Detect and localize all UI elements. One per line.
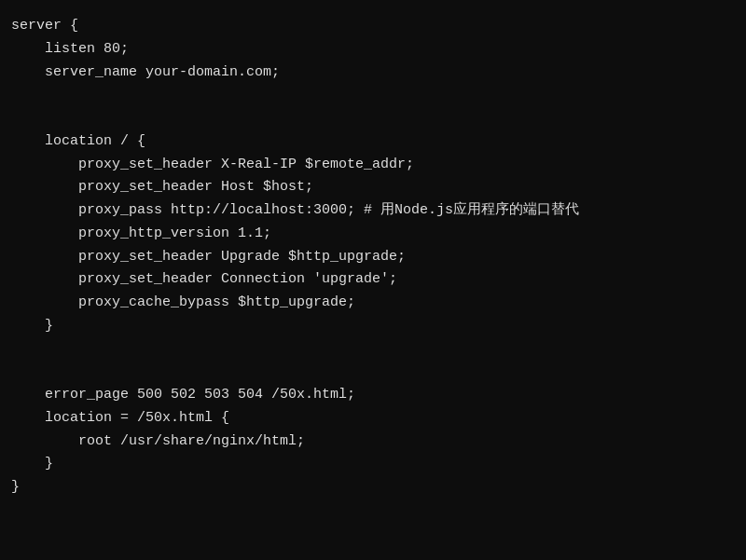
code-block: server { listen 80; server_name your-dom… xyxy=(11,15,735,499)
code-container: server { listen 80; server_name your-dom… xyxy=(0,0,746,560)
